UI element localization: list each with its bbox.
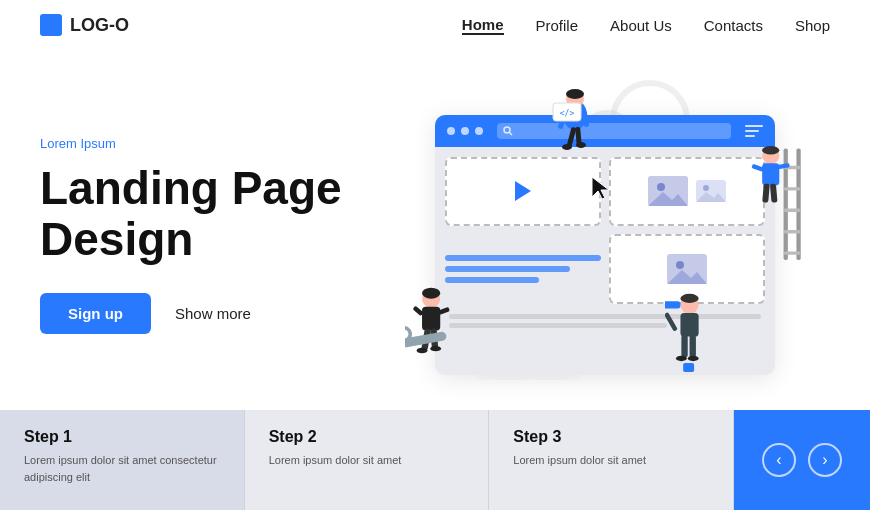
character-woman-top: </> (545, 85, 605, 165)
play-icon (515, 181, 531, 201)
svg-rect-48 (665, 301, 680, 308)
svg-rect-62 (751, 164, 764, 172)
nav-item-shop[interactable]: Shop (795, 17, 830, 34)
step-2: Step 2 Lorem ipsum dolor sit amet (245, 410, 490, 510)
mouse-cursor-icon (590, 175, 612, 201)
svg-point-12 (703, 185, 709, 191)
svg-rect-47 (665, 312, 678, 332)
prev-button[interactable]: ‹ (762, 443, 796, 477)
svg-point-15 (676, 261, 684, 269)
svg-rect-31 (422, 307, 440, 331)
nav-item-home[interactable]: Home (462, 16, 504, 35)
hero-title: Landing Page Design (40, 163, 380, 264)
step-3: Step 3 Lorem ipsum dolor sit amet (489, 410, 734, 510)
main-nav: Home Profile About Us Contacts Shop (462, 16, 830, 35)
browser-mockup: </> (435, 115, 775, 375)
hero-section: Lorem Ipsum Landing Page Design Sign up … (0, 50, 870, 410)
svg-rect-42 (680, 313, 698, 337)
step-2-title: Step 2 (269, 428, 465, 446)
logo: LOG-O (40, 14, 129, 36)
svg-rect-54 (784, 209, 801, 212)
footer-line-2 (449, 323, 667, 328)
svg-point-41 (680, 294, 698, 303)
hero-title-line1: Landing Page (40, 162, 342, 214)
svg-point-35 (430, 346, 441, 351)
nav-item-about[interactable]: About Us (610, 17, 672, 34)
character-man-ladder-svg (745, 125, 805, 275)
character-man-painting-svg (665, 290, 715, 385)
svg-rect-43 (681, 335, 687, 358)
logo-icon (40, 14, 62, 36)
header: LOG-O Home Profile About Us Contacts Sho… (0, 0, 870, 50)
image-icon-1 (648, 176, 688, 206)
svg-point-24 (576, 142, 586, 148)
browser-bar (435, 115, 775, 147)
character-man-painting (665, 290, 715, 385)
cursor-icon (590, 175, 612, 207)
svg-rect-60 (762, 184, 770, 203)
step-1-text: Lorem ipsum dolor sit amet consectetur a… (24, 452, 220, 485)
browser-dot-2 (461, 127, 469, 135)
browser-dot-3 (475, 127, 483, 135)
svg-point-30 (422, 288, 440, 299)
text-line-2 (445, 266, 570, 272)
character-woman-wrench-svg (405, 285, 470, 385)
hero-buttons: Sign up Show more (40, 293, 380, 334)
bottom-section: Step 1 Lorem ipsum dolor sit amet consec… (0, 410, 870, 510)
image-icon-2 (696, 180, 726, 202)
footer-lines-block (445, 312, 765, 365)
character-woman-top-svg: </> (545, 85, 605, 175)
hero-right: </> (380, 60, 830, 410)
step-1: Step 1 Lorem ipsum dolor sit amet consec… (0, 410, 245, 510)
signup-button[interactable]: Sign up (40, 293, 151, 334)
svg-marker-17 (592, 177, 609, 199)
svg-rect-56 (784, 251, 801, 254)
svg-point-3 (504, 127, 510, 133)
logo-text: LOG-O (70, 15, 129, 36)
svg-rect-53 (784, 187, 801, 190)
browser-dot-1 (447, 127, 455, 135)
hero-subtitle: Lorem Ipsum (40, 136, 380, 151)
svg-point-46 (688, 356, 699, 361)
step-2-text: Lorem ipsum dolor sit amet (269, 452, 465, 469)
svg-rect-37 (438, 307, 450, 315)
svg-rect-55 (784, 230, 801, 233)
bottom-nav: ‹ › (734, 410, 870, 510)
step-3-text: Lorem ipsum dolor sit amet (513, 452, 709, 469)
browser-search-bar (497, 123, 731, 139)
svg-point-34 (417, 348, 428, 353)
svg-point-20 (566, 89, 584, 99)
svg-rect-61 (770, 183, 778, 202)
svg-rect-49 (683, 363, 694, 372)
svg-point-23 (562, 144, 572, 150)
image-placeholder-1 (609, 157, 765, 226)
text-line-3 (445, 277, 539, 283)
svg-point-9 (657, 183, 665, 191)
next-button[interactable]: › (808, 443, 842, 477)
character-woman-wrench (405, 285, 470, 385)
svg-rect-44 (690, 335, 696, 358)
hero-title-line2: Design (40, 213, 193, 265)
nav-item-contacts[interactable]: Contacts (704, 17, 763, 34)
step-3-title: Step 3 (513, 428, 709, 446)
show-more-button[interactable]: Show more (175, 305, 251, 322)
search-icon (503, 126, 513, 136)
text-line-1 (445, 255, 601, 261)
image-icon-3 (667, 254, 707, 284)
svg-rect-59 (762, 163, 779, 185)
step-1-title: Step 1 (24, 428, 220, 446)
svg-point-45 (676, 356, 687, 361)
nav-item-profile[interactable]: Profile (536, 17, 579, 34)
hero-left: Lorem Ipsum Landing Page Design Sign up … (40, 136, 380, 333)
character-man-ladder (745, 125, 805, 275)
svg-point-58 (762, 146, 779, 155)
svg-line-4 (510, 133, 513, 136)
svg-rect-51 (796, 149, 800, 260)
svg-text:</>: </> (560, 109, 575, 118)
